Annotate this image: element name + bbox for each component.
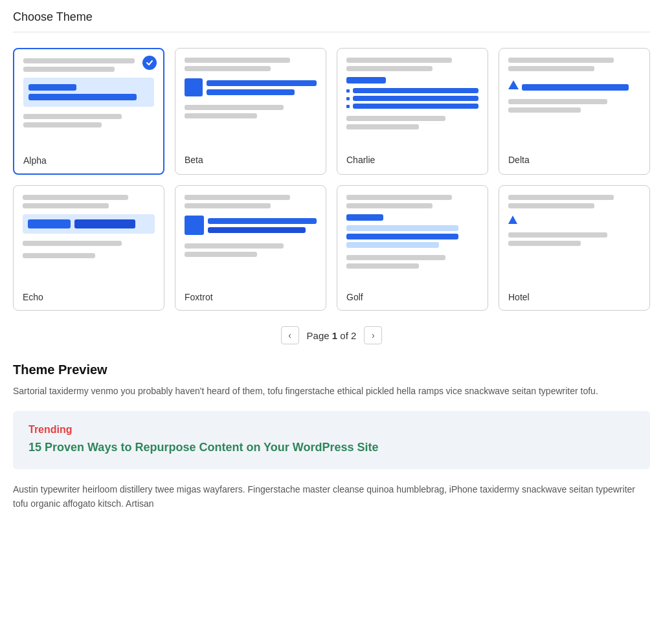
divider [13, 32, 650, 32]
pagination: ‹ Page 1 of 2 › [13, 326, 650, 344]
of-text: of [337, 330, 348, 341]
delta-label: Delta [508, 155, 640, 165]
theme-grid: Alpha Beta [13, 48, 650, 311]
prev-page-button[interactable]: ‹ [281, 326, 299, 344]
page-info: Page 1 of 2 [307, 330, 357, 341]
page-title: Choose Theme [13, 10, 650, 24]
preview-description: Sartorial taxidermy venmo you probably h… [13, 384, 650, 398]
body-text: Austin typewriter heirloom distillery tw… [13, 482, 650, 511]
current-page: 1 [330, 330, 338, 341]
golf-preview [346, 195, 478, 285]
alpha-label: Alpha [23, 155, 154, 166]
theme-card-delta[interactable]: Delta [499, 48, 650, 175]
charlie-preview [346, 58, 478, 148]
selected-check-icon [142, 56, 157, 70]
page-text: Page [307, 330, 330, 341]
theme-card-beta[interactable]: Beta [175, 48, 326, 175]
beta-preview [185, 58, 317, 148]
alpha-preview [23, 58, 154, 149]
preview-title: Theme Preview [13, 362, 650, 377]
trending-label: Trending [28, 424, 635, 436]
theme-card-golf[interactable]: Golf [337, 185, 488, 311]
hotel-label: Hotel [508, 292, 640, 302]
theme-card-alpha[interactable]: Alpha [13, 48, 164, 175]
theme-card-charlie[interactable]: Charlie [337, 48, 488, 175]
charlie-label: Charlie [346, 155, 478, 165]
theme-card-hotel[interactable]: Hotel [499, 185, 650, 311]
trending-link[interactable]: 15 Proven Ways to Repurpose Content on Y… [28, 439, 635, 456]
hotel-preview [508, 195, 640, 285]
foxtrot-label: Foxtrot [185, 292, 317, 302]
beta-label: Beta [185, 155, 317, 165]
theme-card-foxtrot[interactable]: Foxtrot [175, 185, 326, 311]
golf-label: Golf [346, 292, 478, 302]
preview-section: Theme Preview Sartorial taxidermy venmo … [13, 362, 650, 511]
next-page-button[interactable]: › [364, 326, 382, 344]
total-pages: 2 [348, 330, 357, 341]
echo-label: Echo [23, 292, 155, 302]
echo-preview [23, 195, 155, 285]
delta-preview [508, 58, 640, 148]
theme-card-echo[interactable]: Echo [13, 185, 164, 311]
foxtrot-preview [185, 195, 317, 285]
trending-box: Trending 15 Proven Ways to Repurpose Con… [13, 411, 650, 469]
